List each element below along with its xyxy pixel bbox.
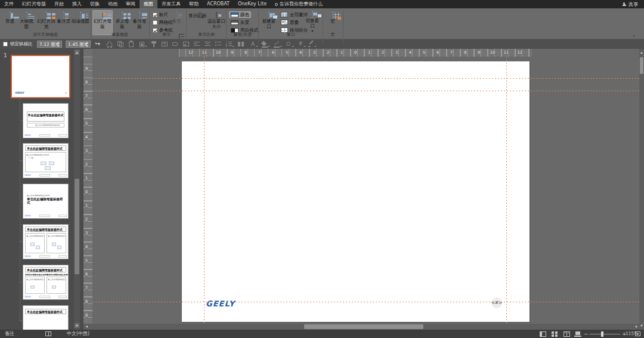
lock-aspect-ratio-checkbox[interactable]: 锁定纵横比 <box>3 41 33 47</box>
thumb-footer: GEELY <box>24 134 67 137</box>
layout-thumbnail-title-slide[interactable]: 单击此处编辑母版标题样式 单击此处编辑母版副标题样式 GEELY <box>23 103 69 138</box>
guide-horizontal-upper[interactable] <box>92 91 639 91</box>
cascade-button[interactable]: 层叠 <box>279 19 301 26</box>
scroll-up-button[interactable] <box>639 50 644 55</box>
scroll-right-button[interactable] <box>634 324 639 329</box>
group-label-zoom: 显示比例 <box>187 32 225 38</box>
tab-transitions[interactable]: 切换 <box>86 0 104 8</box>
layout-thumbnail-section-header[interactable]: 单击此处编辑母版文本样式 单击此处编辑母版标题样式 GEELY <box>23 184 69 219</box>
layout-thumbnail-title-content[interactable]: 单击此处编辑母版标题样式 单击此处编辑母版文本样式 • 二级 GEELY <box>23 143 69 178</box>
tab-acrobat[interactable]: ACROBAT <box>203 0 234 8</box>
zoom-out-button[interactable]: − <box>584 330 589 338</box>
guide-vertical-left[interactable] <box>204 57 205 324</box>
tab-tell-me[interactable]: 告诉我你想要做什么 <box>271 0 327 8</box>
group-label-macros: 宏 <box>323 32 343 38</box>
thumb-footer: GEELY <box>24 173 67 176</box>
tab-file[interactable]: 文件 <box>0 0 18 8</box>
geely-logo[interactable]: GEELY <box>206 299 235 308</box>
color-mode-button[interactable]: 颜色 <box>229 11 251 18</box>
tab-help[interactable]: 帮助 <box>185 0 203 8</box>
spinner-arrows-icon[interactable] <box>85 42 89 47</box>
scrollbar-thumb[interactable] <box>304 324 423 329</box>
guide-horizontal-bottom[interactable] <box>92 302 639 302</box>
tab-animations[interactable]: 动画 <box>104 0 122 8</box>
zoom-slider-track[interactable] <box>589 334 620 334</box>
v-ruler-number: 2 <box>85 217 88 222</box>
guide-vertical-right[interactable] <box>506 57 507 324</box>
slide-master-icon <box>102 12 103 18</box>
layout-tree-line <box>20 99 20 322</box>
paste-icon <box>128 41 135 48</box>
v-ruler-number: 3 <box>85 231 88 235</box>
h-ruler-number: 1 <box>367 50 371 55</box>
collapse-ribbon-button[interactable]: ⌃ <box>632 35 636 40</box>
normal-view-icon <box>10 12 11 18</box>
h-ruler-number: 6 <box>271 50 275 55</box>
scroll-left-button[interactable] <box>84 324 89 329</box>
reading-view-button[interactable] <box>564 331 572 337</box>
gridlines-checkbox[interactable]: 网格线 <box>153 20 173 26</box>
shape-width-field[interactable]: 7.12 厘米 <box>37 41 62 48</box>
tab-home[interactable]: 开始 <box>50 0 68 8</box>
fit-slide-to-window-button[interactable] <box>635 331 640 336</box>
shape-effects-icon <box>285 41 292 48</box>
macros-icon <box>332 12 333 18</box>
align-center-icon <box>204 41 211 48</box>
group-divider <box>343 10 343 44</box>
scrollbar-thumb[interactable] <box>640 57 643 74</box>
layout-thumbnail-comparison[interactable]: 单击此处编辑母版标题样式 单击此处编辑母版文本样式 单击此处编辑母版文本样式 单… <box>23 265 69 300</box>
slide-editing-canvas: 1211109876543210123456789101112 98765432… <box>83 49 639 330</box>
redo-icon[interactable]: ↪ <box>94 41 101 48</box>
v-ruler-number: 2 <box>85 162 88 167</box>
ribbon-tab-bar: 文件幻灯片母版开始插入切换动画审阅视图开发工具帮助ACROBATOneKey L… <box>0 0 644 8</box>
horizontal-scrollbar[interactable] <box>83 324 639 330</box>
zoom-slider-thumb[interactable] <box>601 331 603 337</box>
ribbon-view-tab: 普通 大纲视图 幻灯片浏览 备注页 阅读视图 演示文稿视图 幻灯片母版 讲义母版 <box>0 8 644 39</box>
scroll-down-button[interactable] <box>639 323 644 328</box>
slide-sorter-view-button[interactable] <box>552 331 560 337</box>
spinner-arrows-icon[interactable] <box>56 42 61 47</box>
thumb-geely-logo: GEELY <box>15 91 24 94</box>
v-ruler-number: 8 <box>85 80 88 85</box>
slide-number-placeholder[interactable]: <#> <box>491 297 502 308</box>
layout-thumbnail-two-content[interactable]: 单击此处编辑母版标题样式 单击此处编辑母版文本样式 单击此处编辑母版文本样式 G… <box>23 224 69 259</box>
ruler-corner <box>83 49 92 57</box>
v-ruler-number: 5 <box>85 258 88 263</box>
scrollbar-thumb[interactable] <box>75 179 79 274</box>
h-ruler-number: 11 <box>202 50 208 55</box>
scroll-down-button[interactable] <box>75 323 79 328</box>
guide-horizontal-top[interactable] <box>92 78 639 79</box>
thumb-footer: GEELY <box>24 255 67 258</box>
tab-slide-master[interactable]: 幻灯片母版 <box>18 0 50 8</box>
font-color-icon: A <box>249 41 256 48</box>
ruler-checkbox[interactable]: 标尺 <box>153 12 168 18</box>
group-divider <box>91 10 91 44</box>
master-slide-thumbnail[interactable]: GEELY # <box>11 55 70 98</box>
slideshow-view-button[interactable] <box>574 331 583 337</box>
tab-view[interactable]: 视图 <box>140 0 157 8</box>
tab-onekey-lite[interactable]: OneKey Lite <box>234 0 271 8</box>
tab-insert[interactable]: 插入 <box>68 0 86 8</box>
notes-page-icon <box>63 12 64 18</box>
v-ruler-number: 4 <box>85 135 88 139</box>
group-label-window: 窗口 <box>274 32 308 38</box>
thumbnail-panel-scrollbar[interactable] <box>74 49 80 330</box>
notes-toggle[interactable]: 备注 <box>5 330 14 338</box>
layout-thumbnail-title-only[interactable]: 单击此处编辑母版标题样式 <box>23 305 69 330</box>
tab-developer[interactable]: 开发工具 <box>157 0 185 8</box>
share-button[interactable]: 共享 <box>616 0 644 8</box>
spell-check-icon[interactable] <box>45 331 54 337</box>
language-indicator[interactable]: 中文(中国) <box>67 330 89 338</box>
normal-view-button[interactable] <box>540 331 548 337</box>
thumb-page-number: # <box>65 91 67 94</box>
shape-height-field[interactable]: 1.45 厘米 <box>66 41 91 48</box>
slide-number-icon: # <box>297 41 304 48</box>
grayscale-mode-button[interactable]: 灰度 <box>229 19 251 26</box>
tab-review[interactable]: 审阅 <box>122 0 140 8</box>
master-slide-surface[interactable]: GEELY <#> <box>182 61 530 322</box>
scroll-up-button[interactable] <box>75 50 79 55</box>
vertical-scrollbar[interactable] <box>639 49 644 330</box>
v-ruler-number: 0 <box>85 190 88 194</box>
show-dialog-launcher[interactable]: ⌐ <box>179 34 184 39</box>
person-icon <box>622 2 626 7</box>
